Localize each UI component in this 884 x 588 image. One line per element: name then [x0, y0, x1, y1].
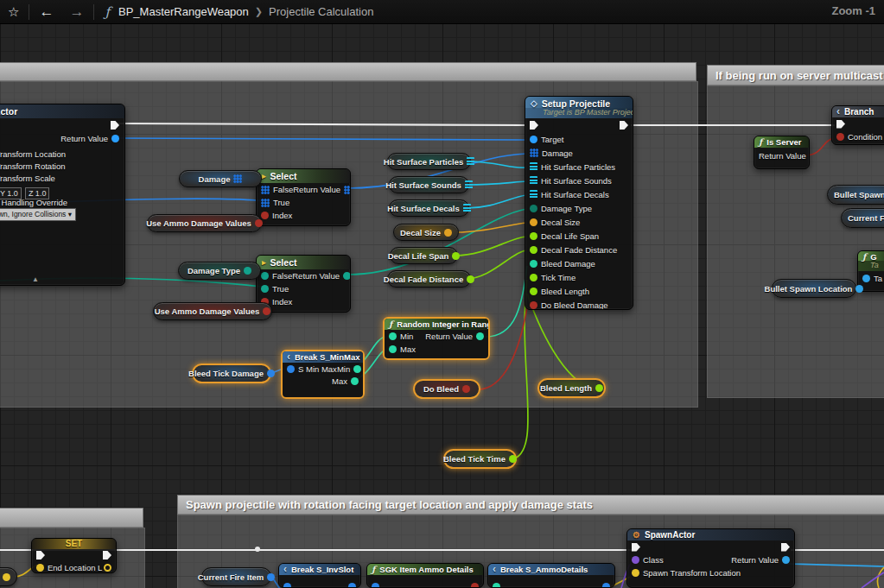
var-do-bleed[interactable]: Do Bleed — [413, 379, 480, 399]
bool-pin[interactable] — [255, 219, 263, 227]
circle-pin[interactable] — [389, 345, 397, 353]
forward-arrow-icon[interactable]: → — [61, 3, 92, 21]
node-is-server[interactable]: ƒ Is Server Return Value — [754, 136, 810, 169]
circle-pin[interactable] — [530, 136, 537, 143]
exec-pin[interactable] — [103, 551, 111, 560]
circle-pin[interactable] — [389, 332, 397, 340]
favorite-star-icon[interactable]: ☆ — [0, 4, 27, 20]
circle-pin[interactable] — [287, 365, 295, 373]
circle-pin[interactable] — [530, 232, 537, 240]
array-pin[interactable] — [530, 162, 537, 171]
var-bleed-tick-damage[interactable]: Bleed Tick Damage — [192, 364, 271, 383]
comment-header-server-multicast[interactable]: If being run on server multicast — [707, 65, 884, 85]
bool-pin[interactable] — [263, 307, 270, 315]
node-branch[interactable]: ‹ Branch Condition — [831, 105, 884, 145]
node-header[interactable]: ▸ Select — [257, 256, 350, 269]
node-select-damage[interactable]: ▸ Select FalseReturn ValueTrueIndex — [256, 168, 351, 226]
var-bullet-spawn-location[interactable]: Bullet Spawn Location — [772, 279, 856, 298]
var-bleed-tick-time[interactable]: Bleed Tick Time — [443, 449, 517, 469]
return-value-pin-row[interactable]: Return Value — [60, 134, 119, 143]
node-spawn-actor-left[interactable]: ⚙ SpawnActor Return Value Spawn Transfor… — [0, 104, 125, 286]
var-use-ammo-damage-values[interactable]: Use Ammo Damage Values — [147, 214, 262, 232]
node-header[interactable]: ⚙ SpawnActor — [0, 104, 124, 118]
ring-pin[interactable] — [104, 564, 111, 572]
collapse-arrow-icon[interactable]: ▲ — [32, 275, 39, 283]
var-damage[interactable]: Damage — [179, 170, 262, 187]
node-header[interactable]: ◇ Setup Projectile — [525, 97, 633, 109]
grid-pin[interactable] — [261, 186, 270, 194]
var-use-ammo-damage-values[interactable]: Use Ammo Damage Values — [153, 302, 272, 320]
circle-pin[interactable] — [261, 272, 269, 280]
comment-header-spawn-projectile[interactable]: Spawn projectile with rotation facing ta… — [177, 495, 884, 515]
var-hit-surface-decals[interactable]: Hit Surface Decals — [389, 199, 469, 217]
circle-pin[interactable] — [530, 246, 537, 254]
var-current-fire-item-clipped[interactable]: Current Fire I — [841, 208, 884, 228]
breadcrumb-blueprint-name[interactable]: BP_MasterRangeWeapon — [118, 5, 249, 18]
var-decal-fade-distance[interactable]: Decal Fade Distance — [387, 270, 471, 288]
grid-pin[interactable] — [344, 186, 351, 194]
circle-pin[interactable] — [530, 260, 537, 268]
var-hit-surface-particles[interactable]: Hit Surface Particles — [387, 153, 471, 170]
return-value-pin[interactable] — [111, 135, 119, 142]
circle-pin[interactable] — [283, 583, 291, 588]
circle-pin[interactable] — [862, 275, 870, 282]
bool-pin[interactable] — [462, 385, 470, 393]
circle-pin[interactable] — [348, 583, 356, 588]
node-header[interactable]: SET — [32, 539, 116, 549]
node-header[interactable]: ⚙ SpawnActor — [627, 529, 794, 541]
var-bullet-spawn-location-clipped[interactable]: Bullet Spawn Lo — [827, 185, 884, 205]
exec-pin[interactable] — [530, 121, 538, 130]
circle-pin[interactable] — [351, 377, 359, 385]
circle-pin[interactable] — [530, 218, 537, 226]
float-pin[interactable] — [509, 455, 517, 463]
circle-pin[interactable] — [530, 301, 537, 309]
circle-pin[interactable] — [530, 274, 537, 281]
array-pin[interactable] — [467, 157, 474, 166]
exec-pin[interactable] — [836, 120, 845, 129]
node-header[interactable]: ▸ Select — [257, 169, 350, 183]
struct-pin[interactable] — [267, 573, 275, 581]
var-bleed-length[interactable]: Bleed Length — [537, 378, 606, 398]
breadcrumb-graph-name[interactable]: Projectile Calculation — [269, 5, 373, 18]
circle-pin[interactable] — [353, 365, 361, 373]
circle-pin[interactable] — [476, 332, 484, 340]
node-set-end-location[interactable]: SET End Location L — [31, 538, 117, 573]
var-decal-size[interactable]: Decal Size — [393, 224, 459, 241]
circle-pin[interactable] — [261, 212, 269, 219]
back-arrow-icon[interactable]: ← — [31, 3, 61, 21]
collision-handling-dropdown[interactable]: pawn, Ignore Collisions ▾ — [0, 208, 76, 221]
comment-header-damage-calc[interactable] — [0, 62, 696, 81]
node-break-s-invslot[interactable]: ‹ Break S_InvSlot — [278, 563, 361, 588]
grid-pin[interactable] — [530, 149, 538, 157]
node-header[interactable]: ƒ SGK Item Ammo Details — [367, 564, 483, 575]
vector-pin[interactable] — [855, 285, 863, 293]
circle-pin[interactable] — [530, 205, 537, 212]
node-header[interactable]: ƒ Random Integer in Range — [385, 319, 488, 330]
float-pin[interactable] — [467, 275, 474, 283]
exec-pin[interactable] — [620, 121, 628, 130]
node-random-integer-in-range[interactable]: ƒ Random Integer in Range MinReturn Valu… — [383, 317, 490, 360]
node-spawn-actor[interactable]: ⚙ SpawnActor ClassReturn ValueSpawn Tran… — [626, 528, 795, 588]
float-pin[interactable] — [444, 229, 452, 237]
var-hit-surface-sounds[interactable]: Hit Surface Sounds — [389, 176, 469, 193]
node-break-s-ammodetails[interactable]: ‹ Break S_AmmoDetails — [487, 563, 615, 588]
circle-pin[interactable] — [36, 564, 44, 572]
array-pin[interactable] — [463, 204, 471, 212]
exec-out-pin[interactable] — [111, 121, 119, 130]
node-header[interactable]: ‹ Break S_AmmoDetails — [488, 564, 614, 575]
circle-pin[interactable] — [372, 583, 379, 588]
var-current-fire-item[interactable]: Current Fire Item — [201, 567, 271, 586]
array-pin[interactable] — [530, 176, 537, 185]
circle-pin[interactable] — [343, 272, 351, 280]
node-header[interactable]: ‹ Break S_MinMax — [283, 351, 363, 363]
exec-pin[interactable] — [632, 543, 640, 552]
node-header[interactable]: ‹ Break S_InvSlot — [279, 564, 360, 575]
exec-pin[interactable] — [36, 551, 45, 560]
var-decal-life-span[interactable]: Decal Life Span — [390, 247, 458, 264]
node-header[interactable]: ƒ Is Server — [754, 136, 809, 148]
circle-pin[interactable] — [261, 285, 269, 293]
struct-pin[interactable] — [233, 174, 242, 183]
var-damage-type[interactable]: Damage Type — [178, 262, 261, 280]
circle-pin[interactable] — [471, 583, 479, 588]
circle-pin[interactable] — [632, 569, 639, 577]
